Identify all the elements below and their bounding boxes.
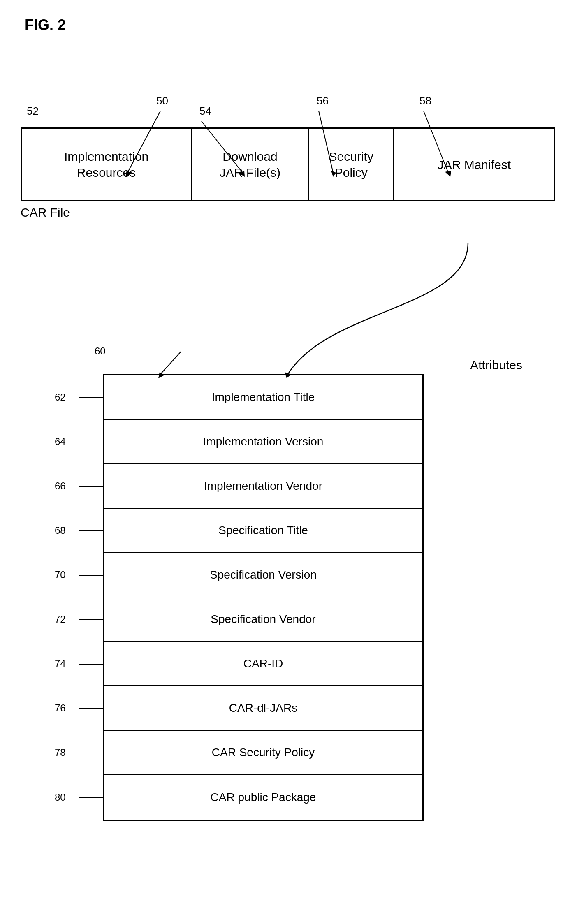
attr-row-implementation-vendor: 66 Implementation Vendor <box>104 464 422 509</box>
ref-54: 54 <box>199 105 211 118</box>
attr-row-specification-title: 68 Specification Title <box>104 509 422 553</box>
ref-78: 78 <box>55 747 66 758</box>
figure-label: FIG. 2 <box>25 16 66 34</box>
attr-row-specification-vendor: 72 Specification Vendor <box>104 597 422 642</box>
attr-row-implementation-title: 62 Implementation Title <box>104 375 422 420</box>
attributes-box: 62 Implementation Title 64 Implementatio… <box>103 374 424 821</box>
attributes-label-area: 60 Attributes <box>21 341 555 374</box>
ref-62: 62 <box>55 391 66 403</box>
ref-64: 64 <box>55 436 66 447</box>
car-file-label: CAR File <box>21 206 555 220</box>
ref-74-line <box>79 664 104 665</box>
ref-78-line <box>79 753 104 753</box>
ref-76: 76 <box>55 702 66 714</box>
attr-row-car-public-package: 80 CAR public Package <box>104 775 422 820</box>
ref-68: 68 <box>55 525 66 536</box>
ref-80: 80 <box>55 792 66 803</box>
ref-72: 72 <box>55 614 66 625</box>
cell-security-policy: SecurityPolicy <box>309 129 394 200</box>
ref-62-line <box>79 397 104 398</box>
cell-implementation-resources: ImplementationResources <box>22 129 192 200</box>
ref-52: 52 <box>27 105 39 118</box>
attr-row-car-id: 74 CAR-ID <box>104 642 422 686</box>
ref-56: 56 <box>317 95 329 107</box>
ref-60: 60 <box>95 345 106 357</box>
cell-download-jar: DownloadJAR File(s) <box>192 129 309 200</box>
ref-66-line <box>79 486 104 487</box>
ref-80-line <box>79 797 104 798</box>
ref-70: 70 <box>55 569 66 581</box>
ref-50: 50 <box>156 95 168 107</box>
attributes-label: Attributes <box>470 358 522 372</box>
ref-numbers-top: 50 52 54 56 58 <box>21 95 555 127</box>
attr-row-car-dl-jars: 76 CAR-dl-JARs <box>104 686 422 731</box>
attr-row-specification-version: 70 Specification Version <box>104 553 422 597</box>
ref-68-line <box>79 530 104 531</box>
ref-64-line <box>79 442 104 442</box>
car-file-box: ImplementationResources DownloadJAR File… <box>21 127 555 201</box>
attr-row-car-security-policy: 78 CAR Security Policy <box>104 731 422 775</box>
cell-jar-manifest: JAR Manifest <box>394 129 554 200</box>
car-file-section: 50 52 54 56 58 ImplementationResources D… <box>21 95 555 220</box>
ref-66: 66 <box>55 480 66 492</box>
ref-58: 58 <box>419 95 431 107</box>
ref-72-line <box>79 619 104 620</box>
ref-70-line <box>79 575 104 576</box>
attr-row-implementation-version: 64 Implementation Version <box>104 420 422 464</box>
ref-76-line <box>79 708 104 709</box>
attributes-section: 60 Attributes 62 Implementation Title 64… <box>21 341 555 821</box>
ref-74: 74 <box>55 658 66 669</box>
